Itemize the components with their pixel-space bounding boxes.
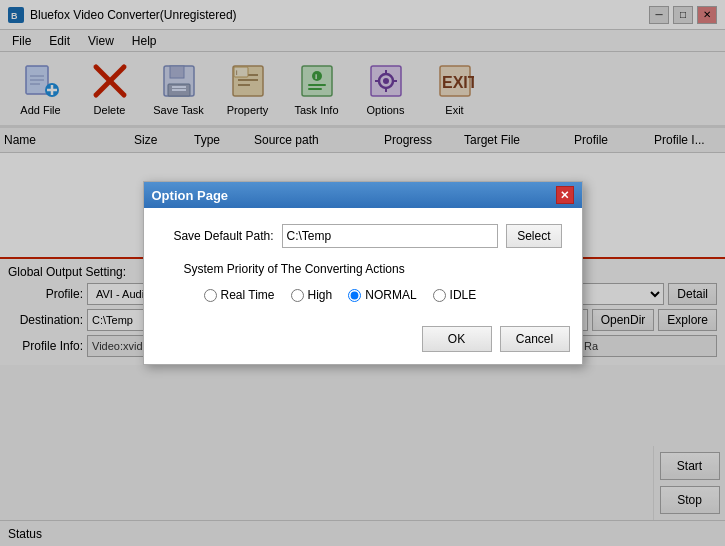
- modal-title: Option Page: [152, 188, 229, 203]
- radio-realtime-label: Real Time: [221, 288, 275, 302]
- save-path-label: Save Default Path:: [164, 229, 274, 243]
- modal-footer: OK Cancel: [144, 318, 582, 364]
- radio-high-input[interactable]: [291, 289, 304, 302]
- option-dialog: Option Page ✕ Save Default Path: Select …: [143, 181, 583, 365]
- radio-idle-label: IDLE: [450, 288, 477, 302]
- ok-button[interactable]: OK: [422, 326, 492, 352]
- radio-high-label: High: [308, 288, 333, 302]
- modal-close-button[interactable]: ✕: [556, 186, 574, 204]
- radio-normal[interactable]: NORMAL: [348, 288, 416, 302]
- modal-body: Save Default Path: Select System Priorit…: [144, 208, 582, 318]
- radio-realtime-input[interactable]: [204, 289, 217, 302]
- radio-group: Real Time High NORMAL IDLE: [184, 288, 562, 302]
- modal-overlay: Option Page ✕ Save Default Path: Select …: [0, 0, 725, 546]
- radio-realtime[interactable]: Real Time: [204, 288, 275, 302]
- priority-title: System Priority of The Converting Action…: [184, 262, 562, 276]
- modal-select-button[interactable]: Select: [506, 224, 561, 248]
- save-path-row: Save Default Path: Select: [164, 224, 562, 248]
- radio-idle[interactable]: IDLE: [433, 288, 477, 302]
- radio-idle-input[interactable]: [433, 289, 446, 302]
- radio-normal-label: NORMAL: [365, 288, 416, 302]
- save-path-input[interactable]: [282, 224, 499, 248]
- modal-title-bar: Option Page ✕: [144, 182, 582, 208]
- radio-normal-input[interactable]: [348, 289, 361, 302]
- radio-high[interactable]: High: [291, 288, 333, 302]
- priority-group: System Priority of The Converting Action…: [164, 262, 562, 302]
- cancel-button[interactable]: Cancel: [500, 326, 570, 352]
